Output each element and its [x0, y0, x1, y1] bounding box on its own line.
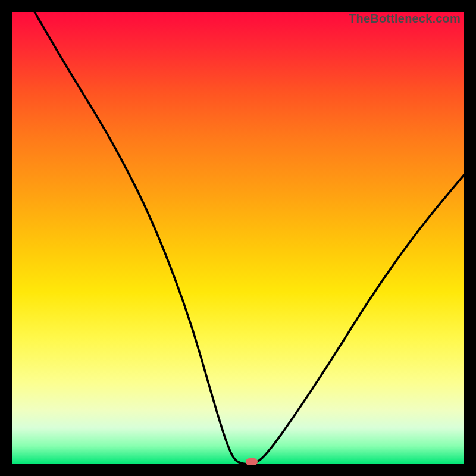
plot-area: TheBottleneck.com — [12, 12, 464, 464]
chart-frame: TheBottleneck.com — [0, 0, 476, 476]
bottleneck-curve — [12, 12, 464, 464]
optimal-marker — [246, 458, 258, 465]
